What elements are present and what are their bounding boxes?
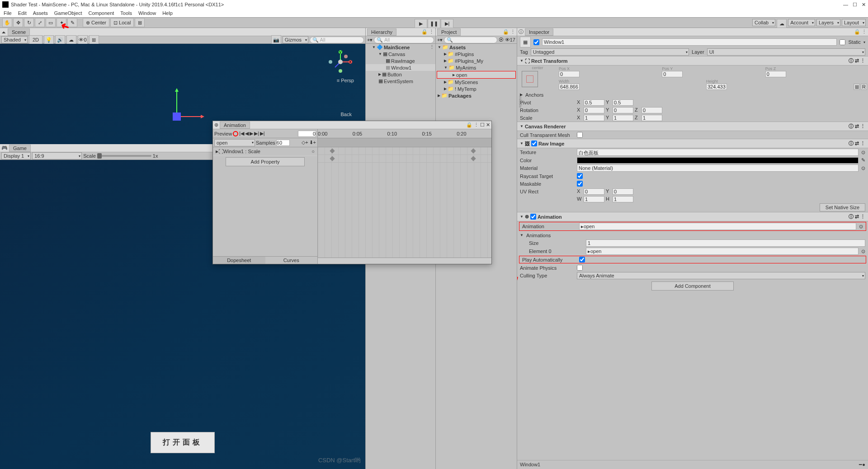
texture-field[interactable]: 白色面板 xyxy=(577,149,859,156)
curves-tab[interactable]: Curves xyxy=(265,257,318,264)
pause-icon[interactable]: ❚❚ xyxy=(428,19,440,28)
project-tab[interactable]: Project xyxy=(437,28,461,36)
panel-menu-icon[interactable]: ⋮ xyxy=(862,29,867,35)
pivot-toggle[interactable]: ⊕Center xyxy=(83,18,109,27)
window1-node[interactable]: ▦Window1 xyxy=(366,64,435,71)
frame-field[interactable] xyxy=(298,131,316,137)
active-checkbox[interactable] xyxy=(533,39,539,45)
set-native-button[interactable]: Set Native Size xyxy=(820,203,865,211)
posy-field[interactable] xyxy=(662,71,683,77)
uv-w[interactable] xyxy=(584,196,604,202)
scrollbar[interactable] xyxy=(318,258,491,264)
step-icon[interactable]: ▶| xyxy=(441,19,453,28)
open-anim-file[interactable]: ▸open xyxy=(437,71,516,79)
clip-dropdown[interactable]: open xyxy=(214,139,255,146)
animation-tab[interactable]: Animation xyxy=(220,122,250,129)
scene-search[interactable]: 🔍 All xyxy=(310,37,364,43)
grid-icon[interactable]: ⊞ xyxy=(89,35,99,44)
raw-image-header[interactable]: ▼🖼Raw Imageⓘ ⇄ ⋮ xyxy=(517,139,868,148)
keyframe[interactable] xyxy=(330,156,335,161)
panel-lock-icon[interactable]: 🔒 xyxy=(421,29,428,35)
panel-lock-icon[interactable]: 🔒 xyxy=(503,29,509,35)
animation-component-header[interactable]: ▼⊛Animationⓘ ⇄ ⋮ xyxy=(517,212,868,221)
uv-x[interactable] xyxy=(584,188,604,195)
color-field[interactable] xyxy=(577,157,859,164)
dopesheet-tab[interactable]: Dopesheet xyxy=(213,257,265,264)
name-field[interactable] xyxy=(542,38,837,46)
animation-field[interactable]: ▸open xyxy=(579,223,856,230)
collab-dropdown[interactable]: Collab xyxy=(752,19,775,26)
menu-assets[interactable]: Assets xyxy=(33,10,48,16)
width-field[interactable] xyxy=(559,84,580,90)
space-toggle[interactable]: ⊡Local xyxy=(110,18,134,27)
maskable-checkbox[interactable] xyxy=(577,181,583,187)
account-dropdown[interactable]: Account xyxy=(788,19,815,26)
first-frame-icon[interactable]: |◀ xyxy=(239,131,244,136)
scale-y[interactable] xyxy=(613,115,633,121)
hierarchy-search[interactable]: 🔍 All xyxy=(374,37,434,43)
menu-component[interactable]: Component xyxy=(88,10,114,16)
scale-tool-icon[interactable]: ⤢ xyxy=(35,18,45,27)
height-field[interactable] xyxy=(706,84,727,90)
maximize-icon[interactable]: ☐ xyxy=(853,2,857,8)
canvas-renderer-header[interactable]: ▼Canvas Rendererⓘ ⇄ ⋮ xyxy=(517,122,868,131)
rot-y[interactable] xyxy=(613,107,633,113)
menu-gameobject[interactable]: GameObject xyxy=(54,10,82,16)
scene-node[interactable]: ▼🔷MainScene⋮ xyxy=(366,44,435,51)
create-dropdown[interactable]: +▾ xyxy=(367,37,373,43)
pluginsmy-folder[interactable]: ▶📁#Plugins_My xyxy=(436,57,517,64)
record-icon[interactable] xyxy=(233,131,238,136)
plugins-folder[interactable]: ▶📁#Plugins xyxy=(436,51,517,57)
anim-physics-checkbox[interactable] xyxy=(577,265,583,271)
add-property-button[interactable]: Add Property xyxy=(226,157,305,166)
posx-field[interactable] xyxy=(559,71,580,77)
culling-dropdown[interactable]: Always Animate xyxy=(577,272,865,279)
eventsystem-node[interactable]: ▦EventSystem xyxy=(366,78,435,84)
posz-field[interactable] xyxy=(765,71,786,77)
menu-help[interactable]: Help xyxy=(162,10,173,16)
scene-tab[interactable]: Scene xyxy=(8,28,30,36)
size-field[interactable] xyxy=(586,239,865,247)
picker-icon[interactable]: ⊙ xyxy=(861,150,865,155)
animation-window[interactable]: ⊛Animation🔒⋮☐✕ Preview |◀ ◀ ▶ ▶| ▶| open… xyxy=(212,121,492,264)
mode-2d[interactable]: 2D xyxy=(29,35,42,44)
assets-folder[interactable]: ▼📁Assets xyxy=(436,44,517,51)
project-search[interactable]: 🔍 xyxy=(444,37,497,43)
uv-y[interactable] xyxy=(613,188,633,195)
inspector-tab[interactable]: Inspector xyxy=(525,28,553,36)
audio-icon[interactable]: 🔊 xyxy=(55,35,65,44)
pivot-x[interactable] xyxy=(584,99,604,106)
picker-icon[interactable]: ⊙ xyxy=(861,249,865,254)
create-dropdown[interactable]: +▾ xyxy=(437,37,443,43)
hidden-icon[interactable]: 👁0 xyxy=(78,35,88,44)
panel-lock-icon[interactable]: 🔒 xyxy=(854,29,860,35)
scale-x[interactable] xyxy=(584,115,604,121)
anim-enabled[interactable] xyxy=(530,214,536,220)
timeline-body[interactable] xyxy=(318,147,491,258)
rect-transform-header[interactable]: ▼⛶Rect Transformⓘ ⇄ ⋮ xyxy=(517,56,868,66)
anchors-label[interactable]: Anchors xyxy=(525,92,580,98)
samples-field[interactable] xyxy=(276,140,290,146)
minimize-icon[interactable]: — xyxy=(843,2,848,8)
eyedropper-icon[interactable]: ✎ xyxy=(861,157,865,163)
scale-z[interactable] xyxy=(642,115,662,121)
blueprint-icon[interactable]: ⊞ xyxy=(854,84,860,90)
game-tab[interactable]: Game xyxy=(9,145,31,152)
move-tool-icon[interactable]: ✥ xyxy=(13,18,23,27)
orientation-gizmo[interactable]: y x xyxy=(327,48,354,75)
rot-z[interactable] xyxy=(642,107,662,113)
element0-field[interactable]: ▸open xyxy=(586,248,859,255)
menu-edit[interactable]: Edit xyxy=(18,10,27,16)
close-icon[interactable]: ✕ xyxy=(862,2,866,8)
pivot-y[interactable] xyxy=(613,99,633,106)
hierarchy-tab[interactable]: Hierarchy xyxy=(367,28,396,36)
animations-label[interactable]: Animations xyxy=(526,233,580,238)
filter-icon[interactable]: ⦿ xyxy=(499,37,504,42)
mytemp-folder[interactable]: ▶📁! MyTemp xyxy=(436,85,517,92)
shading-dropdown[interactable]: Shaded xyxy=(1,36,28,43)
panel-menu-icon[interactable]: ⋮ xyxy=(474,122,479,128)
myanims-folder[interactable]: ▼📁MyAnims xyxy=(436,64,517,71)
rect-tool-icon[interactable]: ▭ xyxy=(46,18,56,27)
tag-dropdown[interactable]: Untagged xyxy=(531,48,689,56)
preview-button[interactable]: Preview xyxy=(214,131,232,136)
